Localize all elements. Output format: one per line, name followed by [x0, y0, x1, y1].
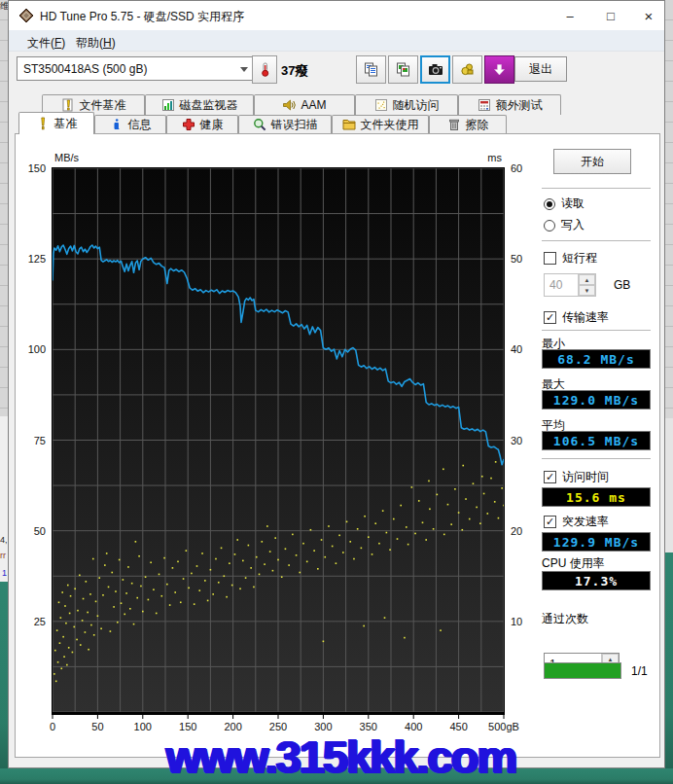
- background-text-fragment: 4,: [0, 535, 8, 545]
- background-right-window-strip: [665, 0, 673, 784]
- avg-value-display: 106.5 MB/s: [542, 431, 651, 450]
- max-value-display: 129.0 MB/s: [542, 390, 651, 410]
- disk-monitor-icon: [161, 98, 175, 112]
- drive-select-value: ST3500418AS (500 gB): [23, 62, 147, 76]
- svg-text:40: 40: [511, 343, 522, 355]
- menu-bar: 文件(F) 帮助(H): [9, 30, 664, 52]
- menu-help[interactable]: 帮助(H): [71, 33, 121, 53]
- exit-button[interactable]: 退出: [514, 56, 567, 82]
- copy-text-button[interactable]: [356, 55, 386, 84]
- short-stroke-checkbox[interactable]: 短行程: [544, 250, 597, 267]
- maximize-icon: □: [607, 9, 615, 23]
- svg-text:MB/s: MB/s: [54, 152, 80, 163]
- separator: [542, 458, 651, 462]
- tab-extra-tests[interactable]: 额外测试: [458, 94, 561, 115]
- tab-random-access[interactable]: 随机访问: [355, 94, 458, 115]
- capacity-unit: GB: [614, 278, 630, 292]
- tab-benchmark[interactable]: 基准: [18, 112, 94, 134]
- spin-down-icon[interactable]: ▼: [579, 285, 595, 296]
- screen: 维 4, rr 1 HD Tune Pro 5.75 - 硬盘/SSD 实用程序…: [0, 0, 673, 784]
- screenshot-button[interactable]: [420, 55, 450, 84]
- temperature-value: 37癈: [281, 62, 307, 80]
- thermometer-icon: [258, 62, 272, 77]
- svg-text:75: 75: [34, 435, 46, 446]
- save-results-button[interactable]: [452, 55, 482, 84]
- separator: [542, 188, 651, 192]
- spinner-buttons[interactable]: ▲▼: [578, 274, 595, 296]
- background-right-panel: [665, 418, 673, 552]
- copy-image-button[interactable]: [388, 55, 418, 84]
- svg-text:150: 150: [28, 162, 46, 174]
- cpu-usage-label: CPU 使用率: [542, 555, 605, 572]
- minimize-icon: –: [566, 9, 573, 23]
- tab-folder-usage[interactable]: 文件夹使用: [332, 115, 429, 133]
- maximize-button[interactable]: □: [590, 1, 631, 30]
- magnifier-icon: [253, 118, 266, 131]
- desktop-left: [0, 582, 8, 784]
- background-left-rows: [0, 0, 8, 418]
- checkbox-icon: [544, 311, 556, 324]
- temperature-button[interactable]: [252, 55, 277, 84]
- start-button[interactable]: 开始: [553, 149, 631, 174]
- checkbox-icon: [544, 252, 556, 265]
- passes-label: 通过次数: [542, 611, 588, 627]
- title-bar: HD Tune Pro 5.75 - 硬盘/SSD 实用程序 – □ ×: [9, 1, 664, 30]
- svg-text:100: 100: [28, 343, 46, 355]
- health-cross-icon: [182, 118, 195, 131]
- burst-rate-display: 129.9 MB/s: [542, 532, 651, 552]
- progress-text: 1/1: [631, 664, 648, 678]
- background-right-rows: [665, 0, 673, 418]
- camera-icon: [428, 63, 443, 77]
- menu-file[interactable]: 文件(F): [22, 33, 70, 53]
- svg-text:20: 20: [511, 525, 522, 537]
- watermark-text: www.315kkk.com: [58, 730, 622, 783]
- app-logo-icon: [18, 8, 34, 27]
- tab-health[interactable]: 健康: [166, 115, 238, 133]
- benchmark-icon: [36, 117, 50, 130]
- checkbox-icon: [544, 471, 556, 483]
- svg-text:0: 0: [50, 721, 55, 732]
- desktop-right: [665, 552, 673, 784]
- folder-icon: [342, 118, 356, 131]
- background-text-fragment: rr: [0, 551, 6, 560]
- copy-text-icon: [364, 62, 378, 77]
- access-time-checkbox[interactable]: 访问时间: [544, 469, 609, 485]
- close-button[interactable]: ×: [631, 1, 666, 30]
- tab-error-scan[interactable]: 错误扫描: [238, 115, 332, 133]
- minimize-button[interactable]: –: [549, 1, 590, 30]
- random-access-icon: [374, 98, 388, 112]
- checkbox-icon: [544, 516, 556, 528]
- radio-icon: [544, 198, 555, 210]
- window-title: HD Tune Pro 5.75 - 硬盘/SSD 实用程序: [40, 9, 244, 25]
- capacity-spinner[interactable]: 40 ▲▼: [544, 273, 596, 297]
- info-icon: [110, 118, 124, 131]
- svg-text:60: 60: [511, 162, 522, 174]
- access-time-display: 15.6 ms: [542, 487, 651, 507]
- burst-rate-checkbox[interactable]: 突发速率: [544, 514, 609, 530]
- update-button[interactable]: [484, 55, 514, 84]
- read-radio[interactable]: 读取: [544, 196, 584, 212]
- radio-icon: [544, 220, 555, 232]
- toolbar: ST3500418AS (500 gB) 37癈: [9, 52, 664, 85]
- drive-select[interactable]: ST3500418AS (500 gB): [17, 56, 256, 81]
- file-benchmark-icon: [61, 98, 75, 112]
- background-text-fragment: 维: [0, 1, 8, 11]
- progress-bar: [544, 662, 621, 679]
- tab-aam[interactable]: AAM: [254, 94, 355, 115]
- tab-erase[interactable]: 擦除: [429, 115, 507, 133]
- write-radio[interactable]: 写入: [544, 217, 584, 233]
- transfer-rate-checkbox[interactable]: 传输速率: [544, 309, 609, 326]
- tab-info[interactable]: 信息: [94, 115, 166, 133]
- svg-text:25: 25: [34, 616, 46, 627]
- copy-image-icon: [396, 62, 410, 77]
- svg-text:50: 50: [34, 525, 46, 537]
- progress-fill: [545, 663, 620, 678]
- extra-tests-icon: [478, 98, 491, 112]
- svg-text:50: 50: [511, 253, 522, 265]
- chevron-down-icon: [240, 67, 248, 72]
- tab-disk-monitor[interactable]: 磁盘监视器: [145, 94, 254, 115]
- save-hand-icon: [460, 62, 475, 77]
- background-text-fragment: 1: [2, 568, 7, 578]
- spin-up-icon[interactable]: ▲: [579, 274, 595, 285]
- cpu-usage-display: 17.3%: [542, 571, 651, 590]
